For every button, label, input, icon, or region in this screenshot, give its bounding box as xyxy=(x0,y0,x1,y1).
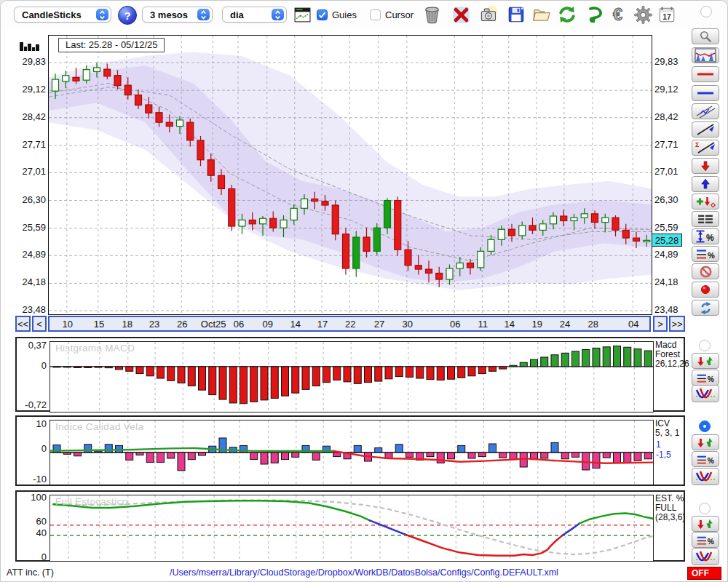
guies-checkbox[interactable] xyxy=(317,9,328,20)
cursor-label: Cursor xyxy=(385,9,414,20)
indicator-chart-button[interactable] xyxy=(692,47,719,63)
icv-params-label: ICV 5, 3, 1 xyxy=(655,419,679,438)
chart-type-select[interactable]: CandleSticks xyxy=(14,7,111,23)
stochastic-lines-percent-button[interactable]: % xyxy=(692,532,719,548)
measure-percent-icon: % xyxy=(695,229,716,244)
stochastic-plot[interactable] xyxy=(50,495,654,562)
help-button[interactable]: ? xyxy=(118,6,137,25)
gear-button[interactable] xyxy=(633,4,653,25)
calendar-button[interactable]: 17 xyxy=(657,4,677,25)
interval-select[interactable]: dia xyxy=(222,7,287,23)
svg-text:17: 17 xyxy=(662,13,671,21)
icv-curves-button[interactable] xyxy=(692,468,719,485)
icv-radio[interactable] xyxy=(699,420,711,432)
trash-button[interactable] xyxy=(422,4,442,25)
open-folder-button[interactable] xyxy=(531,4,552,25)
date-label: 10 xyxy=(55,319,81,330)
updown-arrows-icon xyxy=(695,354,716,368)
svg-text:%: % xyxy=(708,538,714,546)
sell-arrow-button[interactable] xyxy=(692,158,719,174)
add-marker-button[interactable] xyxy=(692,194,719,210)
zoom-button[interactable] xyxy=(692,28,719,44)
status-bar: ATT inc. (T) /Users/mserra/Library/Cloud… xyxy=(1,564,727,582)
svg-text:€: € xyxy=(612,5,622,24)
date-label: 23 xyxy=(141,319,167,330)
save-button[interactable] xyxy=(506,4,526,25)
guies-label: Guies xyxy=(332,9,357,20)
nav-last-button[interactable]: >> xyxy=(669,316,685,332)
stochastic-y-label: 100 xyxy=(17,492,47,503)
undo-button[interactable] xyxy=(584,4,604,25)
swap-arrows-button[interactable] xyxy=(692,300,719,316)
stepper-icon xyxy=(197,9,210,20)
curves-cross-icon xyxy=(695,386,716,402)
blue-line-tool-button[interactable] xyxy=(692,85,719,101)
date-label: 14 xyxy=(282,319,309,330)
euro-button[interactable]: € xyxy=(609,4,630,25)
date-axis-bar[interactable]: 1015182326Oct250609141722273006111419242… xyxy=(48,316,651,332)
curves-cross-icon xyxy=(695,549,716,565)
price-axis-label: 24,89 xyxy=(14,249,46,260)
red-line-tool-button[interactable] xyxy=(692,66,719,82)
off-button[interactable]: OFF xyxy=(687,567,721,580)
date-label: 17 xyxy=(309,319,336,330)
date-label: 06 xyxy=(442,319,468,330)
blue-line-icon xyxy=(694,86,717,100)
macd-radio[interactable] xyxy=(699,340,711,351)
date-label: 27 xyxy=(366,319,392,330)
add-marker-icon xyxy=(695,194,716,209)
swap-arrows-icon xyxy=(699,301,713,315)
cursor-checkbox[interactable] xyxy=(370,9,381,20)
macd-signals-button[interactable] xyxy=(692,353,719,369)
stochastic-params-label: EST. % FULL (28,3,6) xyxy=(655,494,685,522)
candlestick-chart[interactable] xyxy=(48,35,652,315)
sigma-trendline-icon: Σ xyxy=(694,140,717,155)
sigma-trendline-button[interactable]: Σ xyxy=(692,140,719,156)
date-label: 22 xyxy=(337,319,363,330)
delete-x-button[interactable] xyxy=(451,4,471,25)
stochastic-y-label: 40 xyxy=(17,527,47,538)
date-label: 04 xyxy=(620,319,646,330)
macd-lines-percent-button[interactable]: % xyxy=(692,370,719,386)
nav-next-button[interactable]: > xyxy=(653,316,668,332)
price-axis-label: 26,30 xyxy=(14,194,46,205)
date-label: Oct25 xyxy=(200,319,226,330)
price-axis-label: 27,71 xyxy=(654,139,687,150)
lines-percent-button[interactable]: % xyxy=(692,246,719,262)
macd-plot[interactable] xyxy=(50,341,654,412)
stochastic-radio[interactable] xyxy=(699,503,711,514)
macd-curves-button[interactable] xyxy=(692,385,719,402)
price-axis-label: 29,83 xyxy=(14,56,46,67)
icv-panel: 10 0 -10 Indice Calidad Vela ICV 5, 3, 1… xyxy=(15,415,685,486)
record-button[interactable] xyxy=(692,282,719,298)
macd-panel: 0,37 0 -0,72 Histgrama MACD Macd Forest … xyxy=(15,337,685,412)
price-axis-label: 28,42 xyxy=(654,111,687,122)
icv-signals-button[interactable] xyxy=(692,434,719,450)
instrument-label: ATT inc. (T) xyxy=(7,567,54,578)
forbidden-icon xyxy=(699,265,713,279)
stochastic-curves-button[interactable] xyxy=(692,548,719,565)
camera-button[interactable] xyxy=(478,4,499,25)
stochastic-y-label: 0 xyxy=(17,551,47,562)
period-select[interactable]: 3 mesos xyxy=(142,7,213,23)
stochastic-signals-button[interactable] xyxy=(692,516,719,532)
channel-tool-button[interactable] xyxy=(692,103,719,119)
refresh-button[interactable] xyxy=(557,4,577,25)
macd-watermark: Histgrama MACD xyxy=(55,343,135,354)
date-label: 28 xyxy=(580,319,606,330)
mini-chart-window-icon[interactable] xyxy=(292,4,312,25)
list-button[interactable] xyxy=(692,211,719,227)
trendline-tool-button[interactable] xyxy=(692,121,719,137)
measure-percent-button[interactable]: % xyxy=(692,228,719,244)
nav-first-button[interactable]: << xyxy=(15,316,31,332)
red-arrow-down-icon xyxy=(699,159,712,172)
volume-histogram-icon xyxy=(19,38,42,52)
stepper-icon xyxy=(272,9,284,20)
buy-arrow-button[interactable] xyxy=(692,176,719,192)
toolbar-radio[interactable] xyxy=(700,6,712,17)
svg-text:%: % xyxy=(708,251,715,260)
updown-arrows-icon xyxy=(695,517,716,531)
icv-lines-percent-button[interactable]: % xyxy=(692,451,719,467)
forbidden-button[interactable] xyxy=(692,263,719,279)
nav-prev-button[interactable]: < xyxy=(32,316,47,332)
